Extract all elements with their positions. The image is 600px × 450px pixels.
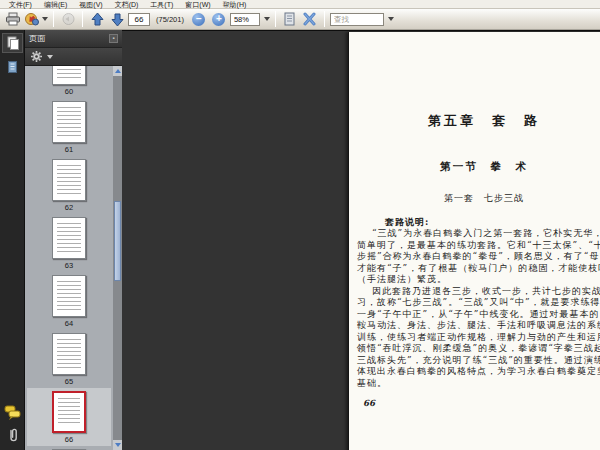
- sidebar-menu-button[interactable]: ▪: [109, 34, 118, 43]
- pdf-reader-window: 文件(F) 编辑(E) 视图(V) 文档(D) 工具(T) 窗口(W) 帮助(H…: [0, 0, 600, 450]
- zoom-out-button[interactable]: −: [190, 10, 208, 28]
- body-line: 步摇”合称为永春白鹤拳的“拳母”，顾名思义，有了“母”: [357, 251, 600, 263]
- thumbnail-label: 63: [65, 261, 73, 270]
- body-line: 因此套路乃进退各三步，收式一步，共计七步的实战练: [357, 286, 600, 298]
- sidebar-title: 页面: [29, 33, 109, 44]
- page-down-icon: [110, 12, 125, 27]
- thumbnail-label: 60: [65, 87, 73, 96]
- chapter-title: 第五章 套 路: [349, 112, 600, 130]
- print-button[interactable]: [4, 10, 22, 28]
- body-line: 鞍马动法、身法、步法、腿法、手法和呼吸调息法的系统性: [357, 320, 600, 332]
- menu-bar: 文件(F) 编辑(E) 视图(V) 文档(D) 工具(T) 窗口(W) 帮助(H…: [0, 0, 600, 9]
- scrollbar-thumb[interactable]: [114, 201, 121, 281]
- scroll-up-icon: [115, 69, 121, 73]
- bookmarks-icon: [6, 60, 19, 74]
- page-count-label: (75/201): [156, 15, 184, 24]
- single-page-button[interactable]: [281, 10, 299, 28]
- body-line: 领悟“吞吐浮沉、刚柔缓急”的奥义，拳谚谓“字拳三战起，: [357, 343, 600, 355]
- share-button[interactable]: [24, 10, 48, 28]
- scroll-down-icon: [115, 443, 121, 447]
- zoom-in-icon: +: [212, 13, 225, 26]
- thumbnail-label: 64: [65, 319, 73, 328]
- sidebar-scrollbar[interactable]: [113, 66, 122, 450]
- attachments-panel-tab[interactable]: [2, 425, 23, 445]
- thumbnail-page-61[interactable]: 61: [27, 98, 111, 156]
- thumbnail-page-63[interactable]: 63: [27, 214, 111, 272]
- body-line: 习，故称“七步三战”。“三战”又叫“中”，就是要求练得: [357, 297, 600, 309]
- zoom-level-field[interactable]: 58%: [230, 13, 260, 26]
- toolbar-separator: [324, 11, 325, 27]
- pages-sidebar: 页面 ▪: [25, 30, 122, 450]
- paperclip-icon: [7, 427, 19, 443]
- menu-tools[interactable]: 工具(T): [144, 0, 179, 9]
- thumbnail-label: 66: [65, 435, 73, 444]
- body-line: “三战”为永春白鹤拳入门之第一套路，它朴实无华，: [357, 228, 600, 240]
- navigation-tab-strip: [0, 30, 25, 450]
- thumbnail-image[interactable]: [52, 391, 86, 433]
- options-dropdown-caret[interactable]: [47, 55, 53, 59]
- thumbnail-page-66-selected[interactable]: 66: [27, 388, 111, 446]
- previous-view-icon: [61, 12, 76, 26]
- thumbnail-image[interactable]: [52, 217, 86, 259]
- menu-document[interactable]: 文档(D): [109, 0, 145, 9]
- document-view[interactable]: 第五章 套 路 第一节 拳 术 第一套 七步三战 套路说明: “三战”为永春白鹤…: [122, 30, 600, 450]
- subsection-title: 第一套 七步三战: [349, 192, 600, 205]
- scroll-down-button[interactable]: [113, 440, 122, 450]
- previous-page-button[interactable]: [88, 10, 106, 28]
- fit-window-button[interactable]: [301, 10, 319, 28]
- menu-file[interactable]: 文件(F): [3, 0, 38, 9]
- body-line: 基础。: [357, 378, 600, 390]
- body-line: 体现出永春白鹤拳的风格特点，为学习永春白鹤拳奠定坚实: [357, 366, 600, 378]
- fit-window-icon: [302, 12, 317, 26]
- menu-view[interactable]: 视图(V): [73, 0, 108, 9]
- pages-panel-tab[interactable]: [2, 33, 23, 53]
- options-gear-icon[interactable]: [30, 50, 43, 63]
- thumbnail-image[interactable]: [52, 101, 86, 143]
- toolbar-separator: [275, 11, 276, 27]
- zoom-in-button[interactable]: +: [210, 10, 228, 28]
- thumbnail-image[interactable]: [52, 333, 86, 375]
- body-line: 才能有“子”，有了根基（鞍马门户）的稳固，才能使枝叶: [357, 263, 600, 275]
- toolbar-separator: [82, 11, 83, 27]
- printer-icon: [5, 12, 21, 26]
- body-text: “三战”为永春白鹤拳入门之第一套路，它朴实无华， 简单明了，是最基本的练功套路。…: [357, 228, 600, 389]
- toolbar-separator: [53, 11, 54, 27]
- printed-page-number: 66: [363, 398, 375, 408]
- previous-view-button[interactable]: [59, 10, 77, 28]
- page-up-icon: [90, 12, 105, 27]
- thumbnail-image[interactable]: [52, 275, 86, 317]
- thumbnail-image[interactable]: [52, 66, 86, 85]
- comments-icon: [4, 405, 21, 420]
- search-input[interactable]: [330, 13, 384, 26]
- thumbnail-page-65[interactable]: 65: [27, 330, 111, 388]
- thumbnail-image[interactable]: [52, 159, 86, 201]
- single-page-icon: [283, 12, 296, 26]
- thumbnail-label: 61: [65, 145, 73, 154]
- main-area: 页面 ▪: [0, 30, 600, 450]
- menu-help[interactable]: 帮助(H): [217, 0, 253, 9]
- body-line: （手法腿法）繁茂。: [357, 274, 600, 286]
- scroll-up-button[interactable]: [113, 66, 122, 76]
- thumbnail-page-64[interactable]: 64: [27, 272, 111, 330]
- page-number-input[interactable]: [128, 13, 150, 26]
- menu-edit[interactable]: 编辑(E): [38, 0, 73, 9]
- comments-panel-tab[interactable]: [2, 402, 23, 422]
- sidebar-header: 页面 ▪: [25, 30, 122, 48]
- thumbnails-panel: 60 61 62 63: [25, 66, 122, 450]
- main-toolbar: (75/201) − + 58%: [0, 9, 600, 30]
- zoom-dropdown-caret[interactable]: [264, 17, 270, 21]
- share-dropdown-caret[interactable]: [42, 17, 48, 21]
- menu-window[interactable]: 窗口(W): [179, 0, 216, 9]
- sidebar-options-bar: [25, 48, 122, 66]
- bookmarks-panel-tab[interactable]: [2, 57, 23, 77]
- next-page-button[interactable]: [108, 10, 126, 28]
- thumbnail-page-67[interactable]: [27, 446, 111, 450]
- thumbnail-page-62[interactable]: 62: [27, 156, 111, 214]
- search-dropdown-caret[interactable]: [388, 17, 394, 21]
- thumbnail-page-60[interactable]: 60: [27, 66, 111, 98]
- body-line: 训练，使练习者端正动作规格，理解力与劲的产生和运用，: [357, 332, 600, 344]
- thumbnail-label: 65: [65, 377, 73, 386]
- pages-icon: [6, 36, 20, 50]
- document-page: 第五章 套 路 第一节 拳 术 第一套 七步三战 套路说明: “三战”为永春白鹤…: [348, 32, 600, 450]
- body-line: 一身“子午中正”，从“子午”中线变化。通过对最基本的: [357, 309, 600, 321]
